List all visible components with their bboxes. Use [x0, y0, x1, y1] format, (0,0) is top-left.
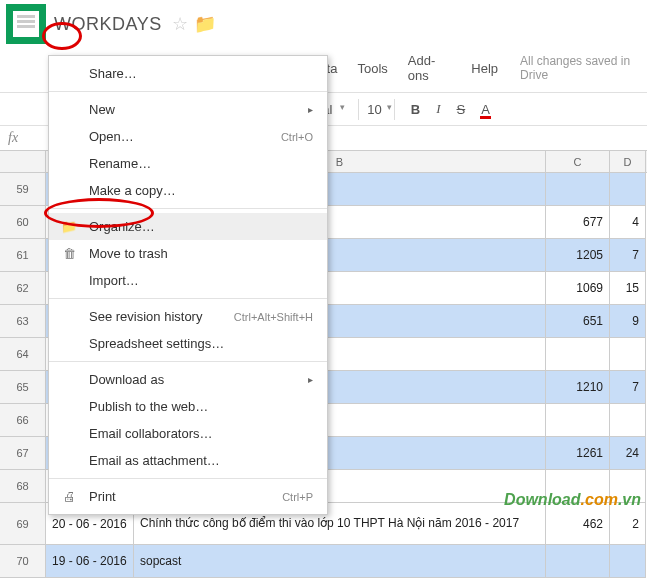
- trash-icon: 🗑: [61, 246, 77, 261]
- row-header[interactable]: 65: [0, 371, 46, 404]
- cell[interactable]: [546, 173, 610, 206]
- cell[interactable]: [610, 173, 646, 206]
- doc-title[interactable]: WORKDAYS: [54, 14, 162, 35]
- submenu-arrow-icon: ▸: [308, 104, 313, 115]
- cell[interactable]: [610, 470, 646, 503]
- cell[interactable]: [546, 404, 610, 437]
- menu-new[interactable]: New▸: [49, 96, 327, 123]
- row-header[interactable]: 69: [0, 503, 46, 545]
- row-header[interactable]: 63: [0, 305, 46, 338]
- menu-rename[interactable]: Rename…: [49, 150, 327, 177]
- menu-email-attachment[interactable]: Email as attachment…: [49, 447, 327, 474]
- cell[interactable]: 1205: [546, 239, 610, 272]
- star-icon[interactable]: ☆: [172, 13, 188, 35]
- col-header-c[interactable]: C: [546, 151, 610, 172]
- strike-button[interactable]: S: [451, 99, 472, 120]
- menu-organize[interactable]: 📁Organize…: [49, 213, 327, 240]
- menu-make-copy[interactable]: Make a copy…: [49, 177, 327, 204]
- menu-help[interactable]: Help: [461, 58, 508, 79]
- font-size-dropdown[interactable]: 10: [358, 99, 394, 120]
- cell[interactable]: 1261: [546, 437, 610, 470]
- menu-publish[interactable]: Publish to the web…: [49, 393, 327, 420]
- cell[interactable]: [610, 338, 646, 371]
- cell[interactable]: 7: [610, 371, 646, 404]
- cell[interactable]: 7: [610, 239, 646, 272]
- print-icon: 🖨: [61, 489, 77, 504]
- menu-move-to-trash[interactable]: 🗑Move to trash: [49, 240, 327, 267]
- file-menu-dropdown: Share… New▸ Open…Ctrl+O Rename… Make a c…: [48, 55, 328, 515]
- row-header[interactable]: 59: [0, 173, 46, 206]
- menu-tools[interactable]: Tools: [347, 58, 397, 79]
- cell[interactable]: 677: [546, 206, 610, 239]
- row-header[interactable]: 61: [0, 239, 46, 272]
- row-header[interactable]: 62: [0, 272, 46, 305]
- cell[interactable]: 9: [610, 305, 646, 338]
- menu-revision-history[interactable]: See revision historyCtrl+Alt+Shift+H: [49, 303, 327, 330]
- cell[interactable]: [546, 545, 610, 578]
- text-color-button[interactable]: A: [475, 99, 496, 120]
- menu-download-as[interactable]: Download as▸: [49, 366, 327, 393]
- row-header[interactable]: 66: [0, 404, 46, 437]
- row-header[interactable]: 64: [0, 338, 46, 371]
- row-headers: 596061626364656667686970: [0, 173, 46, 578]
- italic-button[interactable]: I: [430, 98, 446, 120]
- cell[interactable]: sopcast: [134, 545, 546, 578]
- menu-print[interactable]: 🖨PrintCtrl+P: [49, 483, 327, 510]
- folder-icon: 📁: [61, 219, 77, 234]
- cell[interactable]: 1210: [546, 371, 610, 404]
- cell[interactable]: [610, 404, 646, 437]
- cell[interactable]: [546, 470, 610, 503]
- fx-icon: fx: [8, 130, 18, 146]
- menu-addons[interactable]: Add-ons: [398, 50, 461, 86]
- menu-email-collaborators[interactable]: Email collaborators…: [49, 420, 327, 447]
- cell[interactable]: [610, 545, 646, 578]
- saved-status: All changes saved in Drive: [520, 54, 647, 82]
- menu-import[interactable]: Import…: [49, 267, 327, 294]
- cell[interactable]: 2: [610, 503, 646, 545]
- select-all-corner[interactable]: [0, 151, 46, 172]
- cell[interactable]: 651: [546, 305, 610, 338]
- cell[interactable]: 19 - 06 - 2016: [46, 545, 134, 578]
- row-header[interactable]: 67: [0, 437, 46, 470]
- folder-icon[interactable]: 📁: [194, 13, 216, 35]
- row-header[interactable]: 68: [0, 470, 46, 503]
- row-header[interactable]: 60: [0, 206, 46, 239]
- menu-share[interactable]: Share…: [49, 60, 327, 87]
- submenu-arrow-icon: ▸: [308, 374, 313, 385]
- sheets-logo[interactable]: [6, 4, 46, 44]
- cell[interactable]: 1069: [546, 272, 610, 305]
- cell[interactable]: 24: [610, 437, 646, 470]
- menu-spreadsheet-settings[interactable]: Spreadsheet settings…: [49, 330, 327, 357]
- bold-button[interactable]: B: [405, 99, 426, 120]
- cell[interactable]: [546, 338, 610, 371]
- cell[interactable]: 4: [610, 206, 646, 239]
- cell[interactable]: 462: [546, 503, 610, 545]
- menu-open[interactable]: Open…Ctrl+O: [49, 123, 327, 150]
- table-row: 19 - 06 - 2016sopcast: [46, 545, 646, 578]
- cell[interactable]: 15: [610, 272, 646, 305]
- row-header[interactable]: 70: [0, 545, 46, 578]
- col-header-d[interactable]: D: [610, 151, 646, 172]
